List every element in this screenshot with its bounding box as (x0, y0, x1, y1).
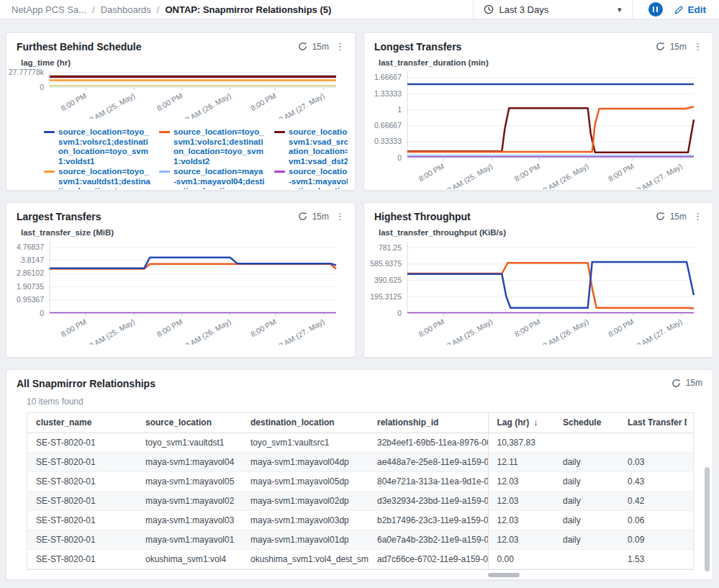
panel-title: Furthest Behind Schedule (17, 41, 141, 53)
time-range-picker[interactable]: Last 3 Days ▾ (473, 0, 633, 19)
table-cell: toyo_svm1:vaultdst1 (137, 433, 242, 452)
table-cell: maya-svm1:mayavol01dp (242, 530, 368, 549)
table-cell (687, 530, 694, 549)
svg-text:1.33333: 1.33333 (374, 89, 402, 98)
legend-item[interactable]: source_location=maya-svm1:mayavol02;dest… (274, 167, 348, 189)
table-row[interactable]: SE-ST-8020-01maya-svm1:mayavol05maya-svm… (27, 471, 694, 491)
table-row[interactable]: SE-ST-8020-01maya-svm1:mayavol02maya-svm… (27, 491, 694, 510)
legend-item[interactable]: source_location=toyo_svm1:volsrc1;destin… (44, 127, 150, 166)
table-cell: maya-svm1:mayavol01 (137, 530, 242, 549)
sort-descending-icon[interactable]: ↓ (533, 417, 538, 428)
table-row[interactable]: SE-ST-8020-01okushima_svm1:vol4okushima_… (27, 549, 694, 569)
transfer-throughput-chart[interactable]: 781.25585.9375390.625195.312508:00 PM8:0… (364, 238, 713, 345)
table-row[interactable]: SE-ST-8020-01maya-svm1:mayavol03maya-svm… (27, 510, 694, 530)
edit-button[interactable]: Edit (674, 4, 707, 15)
table-cell: 32b4eef1-69b5-11ea-8976-00 (368, 433, 488, 452)
breadcrumb-root[interactable]: NetApp PCS Sa... (12, 4, 86, 15)
table-cell (687, 510, 694, 530)
svg-text:8:00 AM (25. May): 8:00 AM (25. May) (436, 161, 494, 189)
edit-label: Edit (688, 4, 707, 15)
transfer-duration-chart[interactable]: 1.666671.3333310.666670.3333308:00 PM8:0… (364, 68, 713, 189)
table-cell: 0.00 (488, 549, 554, 569)
table-cell (687, 491, 694, 510)
svg-text:8:00 PM: 8:00 PM (607, 161, 636, 183)
vertical-scrollbar[interactable] (705, 467, 710, 571)
table-cell: 12.11 (488, 452, 554, 471)
svg-text:4.76837: 4.76837 (17, 243, 44, 251)
panel-title: Longest Transfers (374, 41, 461, 53)
svg-text:0: 0 (397, 153, 402, 162)
svg-text:1.66667: 1.66667 (374, 73, 402, 81)
table-cell: 0.06 (619, 510, 687, 530)
column-header-lag-hr-[interactable]: Lag (hr)↓ (488, 413, 554, 433)
table-cell: maya-svm1:mayavol03 (137, 510, 242, 530)
svg-text:8:00 PM: 8:00 PM (513, 317, 542, 338)
column-header-last-transfer-d-[interactable]: Last Transfer D... (619, 413, 687, 433)
breadcrumb-dashboards[interactable]: Dashboards (101, 4, 151, 15)
refresh-icon[interactable] (298, 42, 307, 51)
refresh-interval-label: 15m (312, 42, 329, 52)
transfer-size-chart[interactable]: 4.768373.81472.861021.907350.9536708:00 … (6, 238, 355, 345)
table-cell: maya-svm1:mayavol04dp (242, 452, 368, 471)
svg-text:8:00 AM (26. May): 8:00 AM (26. May) (532, 161, 589, 189)
table-cell: 10,387.83 (488, 433, 554, 452)
refresh-icon[interactable] (298, 212, 307, 221)
table-row[interactable]: SE-ST-8020-01maya-svm1:mayavol04maya-svm… (27, 452, 694, 471)
pause-refresh-button[interactable] (648, 2, 663, 17)
table-cell: maya-svm1:mayavol05dp (242, 471, 368, 491)
svg-text:8:00 AM (26. May): 8:00 AM (26. May) (174, 317, 232, 345)
panel-menu-icon[interactable]: ⋮ (692, 211, 704, 222)
relationships-table: cluster_namesource_locationdestination_l… (27, 412, 694, 570)
refresh-icon[interactable] (656, 42, 665, 51)
column-header-cluster-name[interactable]: cluster_name (27, 413, 137, 433)
legend-item[interactable]: source_location=toyo_svm1:volsrc1;destin… (159, 127, 266, 166)
panel-menu-icon[interactable]: ⋮ (334, 41, 346, 52)
table-cell: d3e32934-23bd-11e9-a159-00 (368, 491, 488, 510)
table-cell: ae448a7e-25e8-11e9-a159-00 (368, 452, 488, 471)
chevron-down-icon: ▾ (618, 5, 622, 14)
time-range-label: Last 3 Days (499, 4, 612, 15)
table-cell: 0.43 (619, 471, 687, 491)
table-row[interactable]: SE-ST-8020-01maya-svm1:mayavol01maya-svm… (27, 530, 694, 549)
column-header-destination-location[interactable]: destination_location (242, 413, 368, 433)
refresh-interval-label: 15m (312, 212, 329, 222)
panel-menu-icon[interactable]: ⋮ (692, 41, 704, 52)
svg-text:8:00 PM: 8:00 PM (155, 317, 184, 338)
lag-time-chart[interactable]: 27.77778k08:00 PM8:00 AM (25. May)8:00 P… (6, 68, 355, 119)
column-header-schedule[interactable]: Schedule (554, 413, 619, 433)
legend-label: source_location=toyo_svm1:vsad_src2;dest… (289, 127, 348, 166)
svg-text:8:00 PM: 8:00 PM (249, 91, 278, 112)
svg-text:8:00 PM: 8:00 PM (59, 91, 88, 112)
column-header-l[interactable]: L (687, 413, 694, 433)
refresh-icon[interactable] (671, 379, 681, 388)
legend-label: source_location=maya-svm1:mayavol02;dest… (289, 167, 348, 189)
svg-text:0.95367: 0.95367 (17, 295, 44, 304)
table-cell: SE-ST-8020-01 (27, 510, 137, 530)
svg-text:8:00 AM (26. May): 8:00 AM (26. May) (532, 317, 589, 345)
table-cell: maya-svm1:mayavol02 (137, 491, 242, 510)
table-cell: 0.42 (619, 491, 687, 510)
svg-text:8:00 AM (27. May): 8:00 AM (27. May) (268, 317, 326, 345)
column-header-relationship-id[interactable]: relationship_id (368, 413, 488, 433)
legend-item[interactable]: source_location=maya-svm1:mayavol04;dest… (159, 167, 266, 189)
table-cell (554, 433, 619, 452)
svg-text:8:00 AM (27. May): 8:00 AM (27. May) (268, 91, 326, 119)
legend-item[interactable]: source_location=toyo_svm1:vaultdst1;dest… (44, 167, 150, 189)
table-row[interactable]: SE-ST-8020-01toyo_svm1:vaultdst1toyo_svm… (27, 433, 694, 452)
svg-text:8:00 AM (27. May): 8:00 AM (27. May) (626, 161, 684, 189)
table-cell: 0.03 (619, 452, 687, 471)
legend-item[interactable]: source_location=toyo_svm1:vsad_src2;dest… (274, 127, 348, 166)
refresh-icon[interactable] (656, 212, 665, 221)
table-cell: maya-svm1:mayavol05 (137, 471, 242, 491)
refresh-interval-label: 15m (670, 212, 687, 222)
breadcrumb: NetApp PCS Sa... / Dashboards / ONTAP: S… (12, 4, 473, 15)
table-cell: daily (554, 491, 619, 510)
panel-menu-icon[interactable]: ⋮ (334, 211, 346, 222)
column-header-source-location[interactable]: source_location (137, 413, 242, 433)
y-axis-label: last_transfer_throughput (KiB/s) (379, 228, 713, 237)
panel-highest-throughput: Highest Throughput 15m ⋮ last_transfer_t… (363, 202, 713, 358)
svg-text:8:00 PM: 8:00 PM (417, 161, 446, 183)
panel-title: Largest Transfers (17, 211, 101, 222)
table-cell: daily (554, 530, 619, 549)
horizontal-scrollbar[interactable] (488, 573, 520, 577)
